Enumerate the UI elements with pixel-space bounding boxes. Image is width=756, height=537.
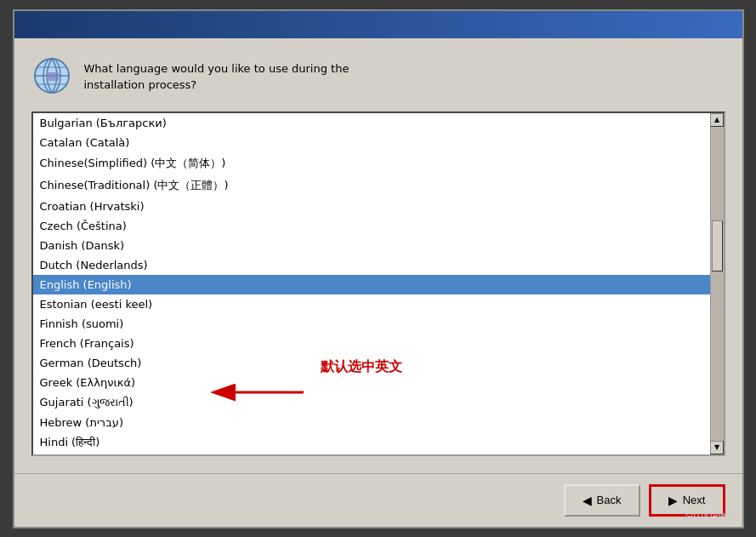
title-bar [14,11,742,38]
language-item[interactable]: English (English) [33,275,710,294]
globe-icon [31,55,72,96]
language-item[interactable]: Croatian (Hrvatski) [33,197,710,216]
language-item[interactable]: French (Français) [33,334,710,353]
content-area: What language would you like to use duri… [14,38,742,473]
scroll-down-button[interactable]: ▼ [710,441,724,454]
installer-window: What language would you like to use duri… [13,9,744,528]
back-label: Back [597,494,622,506]
svg-rect-5 [47,72,59,81]
scroll-up-button[interactable]: ▲ [710,113,724,127]
language-item[interactable]: Greek (Ελληνικά) [33,373,710,392]
next-icon: ▶ [668,494,678,507]
language-list[interactable]: Bulgarian (Български)Catalan (Català)Chi… [33,113,710,454]
next-label: Next [683,494,706,506]
back-icon: ◀ [583,494,592,507]
back-button[interactable]: ◀ Back [564,484,640,517]
language-item[interactable]: Estonian (eesti keel) [33,294,710,314]
language-item[interactable]: Finnish (suomi) [33,314,710,334]
language-item[interactable]: Chinese(Simplified) (中文（简体）) [33,152,710,174]
watermark: @ITPUB博客 [685,511,735,523]
scrollbar[interactable]: ▲ ▼ [710,113,724,454]
language-item[interactable]: Bulgarian (Български) [33,113,710,133]
header-section: What language would you like to use duri… [31,55,725,96]
title-bar-text [23,18,27,31]
language-item[interactable]: Danish (Dansk) [33,236,710,255]
language-item[interactable]: Catalan (Català) [33,133,710,152]
language-item[interactable]: Hindi (हिन्दी) [33,432,710,453]
question-text: What language would you like to use duri… [84,60,350,94]
bottom-bar: ◀ Back ▶ Next [14,473,742,527]
language-item[interactable]: Hebrew (עברית) [33,413,710,432]
language-item[interactable]: Chinese(Traditional) (中文（正體）) [33,174,710,197]
scroll-thumb[interactable] [712,220,723,271]
scroll-track [711,127,724,441]
language-list-container: Bulgarian (Български)Catalan (Català)Chi… [31,111,725,456]
language-item[interactable]: Dutch (Nederlands) [33,255,710,275]
language-item[interactable]: Czech (Čeština) [33,216,710,236]
language-item[interactable]: German (Deutsch) [33,353,710,373]
language-item[interactable]: Gujarati (ગુજરાતી) [33,392,710,413]
